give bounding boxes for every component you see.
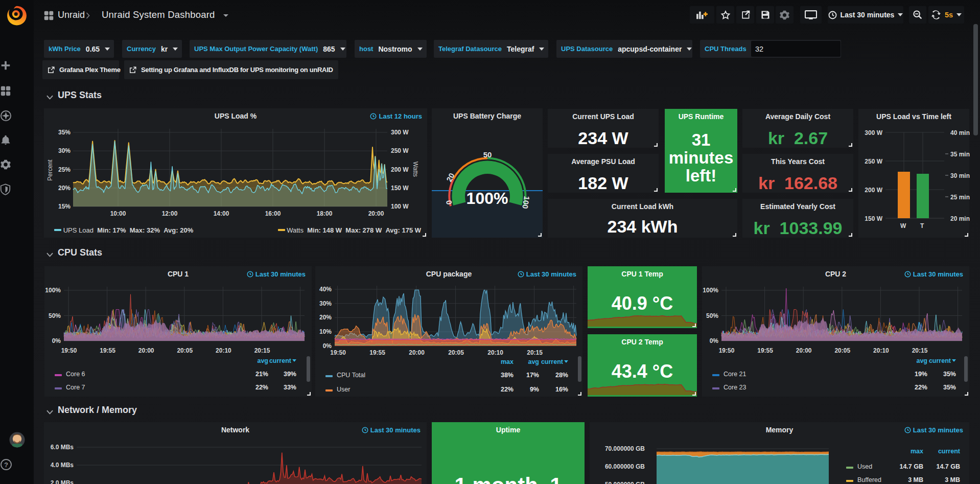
svg-text:50: 50 — [483, 150, 492, 159]
svg-text:?: ? — [4, 461, 8, 469]
svg-text:20: 20 — [445, 172, 456, 183]
